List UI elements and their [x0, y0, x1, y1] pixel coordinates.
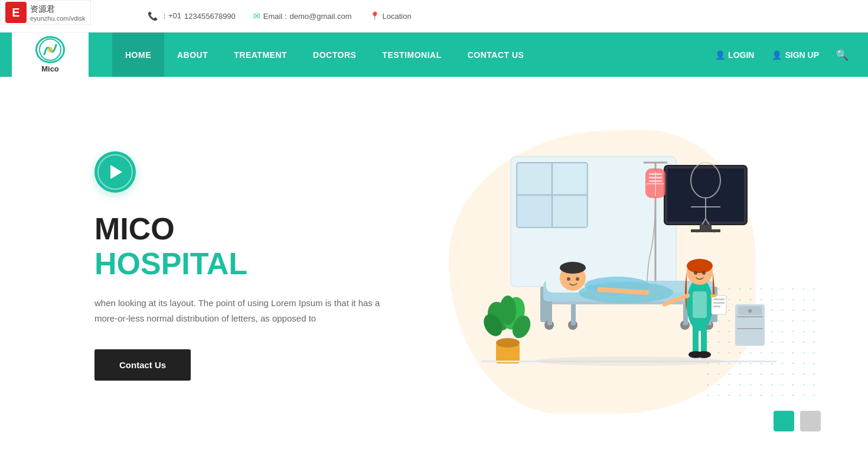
email-value: demo@gmail.com: [290, 12, 352, 21]
signup-label: SIGN UP: [785, 50, 819, 60]
svg-rect-17: [700, 225, 712, 229]
svg-rect-36: [547, 304, 552, 325]
nav-right: 👤 LOGIN 👤 SIGN UP 🔍: [709, 48, 868, 61]
watermark: E 资源君 eyunzhu.com/vdisk: [0, 0, 91, 25]
svg-point-42: [560, 262, 586, 274]
svg-rect-18: [691, 229, 720, 232]
search-icon: 🔍: [836, 49, 849, 61]
watermark-logo: E: [5, 2, 27, 23]
pagination: [774, 411, 821, 431]
page-dot-1[interactable]: [774, 411, 794, 431]
hero-description: when looking at its layout. The point of…: [94, 296, 402, 326]
logo-circle: [35, 36, 65, 63]
svg-rect-55: [701, 319, 707, 355]
nav-about[interactable]: ABOUT: [164, 33, 221, 77]
location-icon: 📍: [370, 11, 380, 21]
svg-point-43: [567, 277, 570, 281]
nav-testimonial[interactable]: TESTIMONIAL: [369, 33, 454, 77]
watermark-sub: eyunzhu.com/vdisk: [30, 15, 86, 22]
play-button[interactable]: [94, 151, 136, 193]
location-label: Location: [383, 12, 412, 21]
nav-home[interactable]: HOME: [112, 33, 164, 77]
phone-icon: 📞: [148, 11, 158, 21]
signup-icon: 👤: [772, 50, 782, 60]
hospital-illustration: [481, 139, 776, 393]
svg-rect-65: [737, 316, 763, 317]
svg-rect-62: [713, 306, 720, 307]
svg-rect-54: [693, 319, 699, 355]
svg-rect-37: [571, 304, 576, 325]
email-icon: ✉: [253, 11, 260, 21]
topbar-info: 📞 ：+01 123455678990 ✉ Email : demo@gmail…: [148, 11, 412, 21]
nav-doctors[interactable]: DOCTORS: [300, 33, 369, 77]
svg-rect-59: [712, 296, 726, 314]
login-icon: 👤: [715, 50, 725, 60]
svg-rect-8: [518, 196, 551, 226]
hero-section: MICO HOSPITAL when looking at its layout…: [0, 77, 868, 443]
page-dot-2[interactable]: [800, 411, 821, 431]
play-icon: [110, 165, 122, 179]
svg-rect-60: [713, 298, 725, 300]
topbar: E 资源君 eyunzhu.com/vdisk 📞 ：+01 123455678…: [0, 0, 868, 33]
svg-line-46: [599, 290, 647, 293]
phone-prefix: ：+01: [161, 11, 181, 21]
svg-rect-9: [553, 196, 586, 226]
contact-us-button[interactable]: Contact Us: [94, 349, 191, 381]
svg-point-1: [47, 47, 53, 53]
play-btn-inner: [97, 154, 133, 190]
hero-title-main: MICO: [94, 213, 437, 244]
svg-rect-63: [710, 294, 716, 297]
svg-rect-66: [737, 328, 763, 329]
signup-button[interactable]: 👤 SIGN UP: [766, 50, 825, 60]
watermark-info: 资源君 eyunzhu.com/vdisk: [30, 4, 86, 22]
svg-rect-49: [693, 291, 707, 318]
watermark-name: 资源君: [30, 4, 55, 14]
svg-point-52: [694, 271, 697, 275]
login-label: LOGIN: [728, 50, 754, 60]
svg-point-57: [697, 351, 711, 358]
email-prefix: Email :: [263, 12, 287, 21]
svg-rect-6: [518, 164, 551, 194]
svg-point-51: [687, 259, 713, 273]
location-item[interactable]: 📍 Location: [370, 11, 412, 21]
nav-logo[interactable]: Mico: [12, 33, 89, 77]
svg-point-68: [748, 309, 752, 313]
phone-number: 123455678990: [184, 12, 236, 21]
svg-rect-7: [553, 164, 586, 194]
logo-name: Mico: [41, 64, 59, 73]
hero-right: [437, 118, 821, 414]
email-item: ✉ Email : demo@gmail.com: [253, 11, 352, 21]
svg-point-44: [576, 277, 579, 281]
search-button[interactable]: 🔍: [831, 48, 853, 61]
svg-point-73: [500, 296, 516, 325]
login-button[interactable]: 👤 LOGIN: [709, 50, 760, 60]
navbar: Mico HOME ABOUT TREATMENT DOCTORS TESTIM…: [0, 33, 868, 77]
hero-title-sub: HOSPITAL: [94, 247, 437, 281]
svg-point-77: [534, 356, 723, 366]
phone-item: 📞 ：+01 123455678990: [148, 11, 236, 21]
svg-rect-61: [713, 302, 725, 304]
nav-contact[interactable]: CONTACT US: [455, 33, 537, 77]
svg-point-53: [702, 271, 706, 275]
hero-left: MICO HOSPITAL when looking at its layout…: [94, 151, 437, 381]
nav-links: HOME ABOUT TREATMENT DOCTORS TESTIMONIAL…: [89, 33, 709, 77]
nav-treatment[interactable]: TREATMENT: [221, 33, 300, 77]
svg-point-70: [496, 338, 520, 348]
